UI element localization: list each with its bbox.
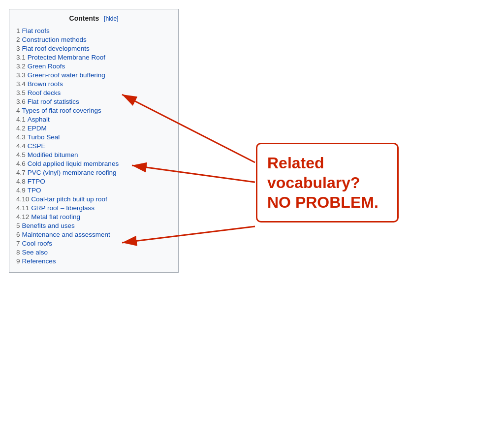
toc-link[interactable]: 4.10Coal-tar pitch built up roof	[16, 195, 107, 203]
toc-link[interactable]: 9References	[16, 257, 56, 265]
toc-item: 3.4Brown roofs	[16, 79, 171, 88]
toc-link[interactable]: 7Cool roofs	[16, 240, 52, 247]
toc-num: 4.3	[16, 133, 26, 141]
toc-link[interactable]: 4Types of flat roof coverings	[16, 107, 101, 114]
toc-item: 9References	[16, 256, 171, 265]
toc-item: 3.3Green-roof water buffering	[16, 70, 171, 79]
toc-item: 4.4CSPE	[16, 141, 171, 150]
toc-link[interactable]: 3Flat roof developments	[16, 45, 90, 52]
toc-link[interactable]: 4.4CSPE	[16, 142, 46, 150]
toc-link[interactable]: 4.9TPO	[16, 187, 41, 194]
toc-link[interactable]: 3.6Flat roof statistics	[16, 98, 79, 105]
toc-item: 2Construction methods	[16, 35, 171, 44]
toc-num: 3.5	[16, 89, 26, 96]
annotation-box: Related vocabulary?NO PROBLEM.	[256, 143, 399, 222]
toc-num: 8	[16, 249, 20, 256]
toc-link[interactable]: 4.6Cold applied liquid membranes	[16, 160, 119, 167]
toc-link[interactable]: 4.1Asphalt	[16, 116, 50, 123]
toc-num: 3.1	[16, 54, 26, 61]
toc-title-row: Contents [hide]	[16, 14, 171, 22]
toc-title: Contents	[69, 14, 99, 22]
toc-hide-link[interactable]: [hide]	[104, 15, 118, 22]
toc-num: 4.7	[16, 169, 26, 176]
toc-item: 4.5Modified bitumen	[16, 150, 171, 159]
toc-num: 2	[16, 36, 20, 43]
toc-num: 4	[16, 107, 20, 114]
toc-link[interactable]: 1Flat roofs	[16, 27, 50, 34]
toc-num: 4.11	[16, 204, 29, 212]
toc-item: 4.6Cold applied liquid membranes	[16, 159, 171, 168]
toc-item: 4Types of flat roof coverings	[16, 106, 171, 115]
toc-item: 4.3Turbo Seal	[16, 132, 171, 141]
toc-num: 9	[16, 257, 20, 265]
toc-num: 4.2	[16, 125, 26, 132]
toc-num: 4.8	[16, 178, 26, 185]
toc-item: 3.5Roof decks	[16, 88, 171, 97]
toc-link[interactable]: 6Maintenance and assessment	[16, 231, 110, 238]
toc-link[interactable]: 4.5Modified bitumen	[16, 151, 78, 159]
toc-item: 7Cool roofs	[16, 239, 171, 248]
toc-item: 4.11GRP roof – fiberglass	[16, 203, 171, 212]
toc-link[interactable]: 4.3Turbo Seal	[16, 133, 60, 141]
toc-num: 4.10	[16, 195, 29, 203]
toc-link[interactable]: 3.5Roof decks	[16, 89, 61, 96]
toc-item: 8See also	[16, 248, 171, 256]
toc-num: 4.12	[16, 213, 29, 221]
toc-item: 4.1Asphalt	[16, 115, 171, 124]
toc-num: 7	[16, 240, 20, 247]
toc-link[interactable]: 3.3Green-roof water buffering	[16, 71, 105, 79]
toc-item: 3.1Protected Membrane Roof	[16, 53, 171, 62]
toc-item: 1Flat roofs	[16, 26, 171, 35]
toc-link[interactable]: 3.4Brown roofs	[16, 80, 63, 88]
toc-item: 5Benefits and uses	[16, 221, 171, 230]
toc-item: 3.6Flat roof statistics	[16, 97, 171, 106]
toc-num: 1	[16, 27, 20, 34]
toc-item: 4.10Coal-tar pitch built up roof	[16, 194, 171, 203]
toc-item: 4.8FTPO	[16, 177, 171, 186]
toc-link[interactable]: 8See also	[16, 249, 48, 256]
toc-link[interactable]: 4.11GRP roof – fiberglass	[16, 204, 94, 212]
toc-link[interactable]: 4.2EPDM	[16, 125, 47, 132]
toc-link[interactable]: 4.12Metal flat roofing	[16, 213, 80, 221]
toc-item: 4.2EPDM	[16, 124, 171, 132]
toc-link[interactable]: 4.7PVC (vinyl) membrane roofing	[16, 169, 117, 176]
toc-num: 4.6	[16, 160, 26, 167]
toc-link[interactable]: 5Benefits and uses	[16, 222, 75, 229]
toc-list: 1Flat roofs2Construction methods3Flat ro…	[16, 26, 171, 265]
toc-num: 3.6	[16, 98, 26, 105]
toc-num: 3	[16, 45, 20, 52]
toc-link[interactable]: 4.8FTPO	[16, 178, 45, 185]
toc-num: 4.9	[16, 187, 26, 194]
toc-num: 5	[16, 222, 20, 229]
toc-item: 3Flat roof developments	[16, 44, 171, 53]
annotation-text: Related vocabulary?NO PROBLEM.	[267, 153, 387, 212]
toc-item: 4.7PVC (vinyl) membrane roofing	[16, 168, 171, 177]
toc-num: 3.4	[16, 80, 26, 88]
toc-item: 4.12Metal flat roofing	[16, 212, 171, 221]
toc-num: 4.5	[16, 151, 26, 159]
toc-num: 4.1	[16, 116, 26, 123]
toc-num: 4.4	[16, 142, 26, 150]
table-of-contents: Contents [hide] 1Flat roofs2Construction…	[9, 9, 179, 273]
toc-item: 6Maintenance and assessment	[16, 230, 171, 239]
toc-link[interactable]: 2Construction methods	[16, 36, 87, 43]
toc-num: 3.2	[16, 63, 26, 70]
toc-item: 4.9TPO	[16, 186, 171, 194]
toc-link[interactable]: 3.1Protected Membrane Roof	[16, 54, 105, 61]
toc-link[interactable]: 3.2Green Roofs	[16, 63, 65, 70]
toc-num: 6	[16, 231, 20, 238]
toc-num: 3.3	[16, 71, 26, 79]
toc-item: 3.2Green Roofs	[16, 62, 171, 70]
